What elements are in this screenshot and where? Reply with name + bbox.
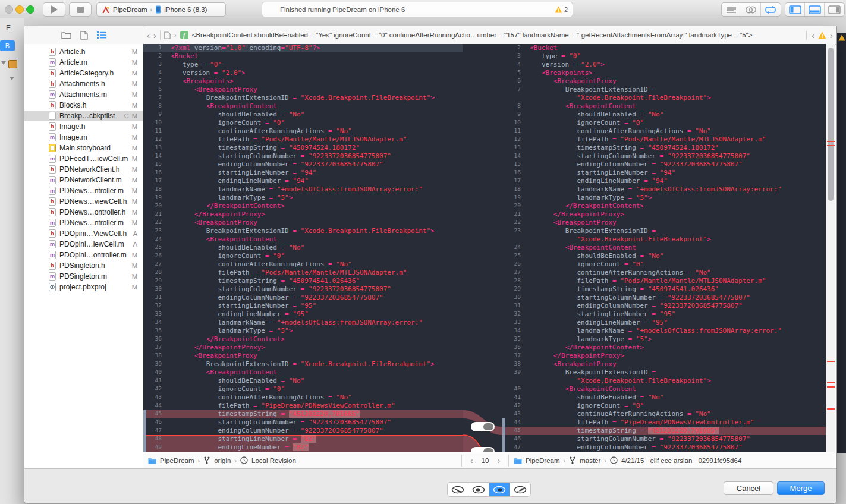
merge-choice-both-right-first-button[interactable] bbox=[510, 483, 530, 496]
file-row[interactable]: mPDNews…ntroller.mM bbox=[24, 218, 143, 228]
file-row[interactable]: hBlocks.hM bbox=[24, 100, 143, 111]
back-button[interactable]: ‹ bbox=[147, 31, 150, 40]
file-name: PDOpini…ontroller.m bbox=[59, 251, 128, 259]
scrollbar-thumb[interactable] bbox=[828, 48, 834, 201]
run-button[interactable] bbox=[43, 2, 65, 17]
line-number: 19 bbox=[505, 194, 525, 202]
previous-issue-button[interactable]: ‹ bbox=[812, 31, 814, 40]
previous-diff-button[interactable]: ‹ bbox=[470, 456, 473, 465]
warning-icon[interactable] bbox=[818, 32, 826, 39]
code-text: filePath = "PipeDream/PDNewsViewControll… bbox=[166, 402, 395, 410]
code-line: 33 endingLineNumber = "95" bbox=[502, 319, 826, 327]
branch-icon bbox=[569, 456, 576, 464]
file-row[interactable]: mPDFeedT…iewCell.mM bbox=[24, 153, 143, 164]
scheme-selector[interactable]: PipeDream › iPhone 6 (8.3) bbox=[96, 2, 226, 17]
merge-choice-right-button[interactable] bbox=[489, 483, 510, 496]
line-number: 16 bbox=[146, 169, 166, 177]
file-row[interactable]: hPDNews…ontroller.hM bbox=[24, 207, 143, 218]
file-name: Article.h bbox=[59, 48, 128, 56]
stop-button[interactable] bbox=[69, 2, 92, 17]
file-row[interactable]: mPDOpini…iewCell.mA bbox=[24, 239, 143, 250]
diff-choice-toggle[interactable] bbox=[471, 447, 495, 452]
next-diff-button[interactable]: › bbox=[497, 456, 500, 465]
file-row[interactable]: mArticle.mM bbox=[24, 57, 143, 68]
file-row[interactable]: hPDOpini…ViewCell.hA bbox=[24, 228, 143, 239]
file-row[interactable]: hPDSingleton.hM bbox=[24, 260, 143, 271]
traffic-light-close[interactable] bbox=[5, 5, 13, 14]
file-row[interactable]: project.pbxprojM bbox=[24, 282, 143, 292]
code-line: 39 BreakpointExtensionID = bbox=[502, 368, 826, 377]
code-line: 6 <BreakpointProxy bbox=[502, 77, 826, 86]
h-file-icon: h bbox=[49, 80, 56, 88]
file-row[interactable]: hArticle.hM bbox=[24, 46, 143, 57]
inspector-panel-button[interactable] bbox=[825, 3, 844, 16]
function-icon[interactable]: f bbox=[180, 31, 188, 39]
jump-bar-path[interactable]: <BreakpointContent shouldBeEnabled = "Ye… bbox=[192, 32, 803, 39]
m-file-icon: m bbox=[49, 155, 56, 163]
file-row[interactable]: mAttachments.mM bbox=[24, 89, 143, 100]
merge-button[interactable]: Merge bbox=[777, 481, 825, 495]
traffic-light-zoom[interactable] bbox=[26, 5, 34, 14]
file-row[interactable]: Main.storyboardM bbox=[24, 143, 143, 153]
code-line: 11 continueAfterRunningActions = "No" bbox=[143, 127, 463, 136]
line-number: 8 bbox=[146, 102, 166, 111]
scrollbar-diff-mark bbox=[827, 141, 835, 142]
version-editor-button[interactable] bbox=[761, 3, 780, 16]
document-icon[interactable] bbox=[164, 32, 171, 39]
file-row[interactable]: Breakp…cbkptlistC M bbox=[24, 111, 143, 121]
left-code-pane[interactable]: 1<?xml version="1.0" encoding="UTF-8"?>2… bbox=[143, 44, 463, 452]
code-text: landmarkType = "5"> bbox=[525, 194, 652, 202]
revision-project[interactable]: PipeDream bbox=[526, 457, 560, 464]
m-file-icon: m bbox=[49, 272, 56, 281]
code-text: timestampString = "450974524.180172" bbox=[525, 144, 719, 152]
scheme-project: PipeDream bbox=[113, 6, 147, 13]
file-row[interactable]: hAttachments.hM bbox=[24, 78, 143, 89]
revision-branch[interactable]: master bbox=[580, 457, 600, 464]
line-number: 46 bbox=[505, 435, 525, 443]
next-issue-button[interactable]: › bbox=[830, 31, 833, 40]
debug-panel-button[interactable] bbox=[805, 3, 825, 16]
line-number: 36 bbox=[505, 344, 525, 352]
file-view-icon[interactable] bbox=[80, 31, 88, 40]
revision-branch[interactable]: origin bbox=[214, 457, 231, 464]
list-view-icon[interactable] bbox=[97, 31, 106, 39]
merge-choice-both-left-first-button[interactable] bbox=[468, 483, 489, 496]
file-row[interactable]: hPDNews…viewCell.hM bbox=[24, 196, 143, 207]
code-text: <Bucket bbox=[525, 44, 557, 52]
assistant-editor-button[interactable] bbox=[741, 3, 761, 16]
cancel-button[interactable]: Cancel bbox=[724, 481, 773, 495]
revision-date[interactable]: 4/21/15 bbox=[621, 457, 644, 464]
navigator-panel-button[interactable] bbox=[785, 3, 805, 16]
file-row[interactable]: hArticleCategory.hM bbox=[24, 68, 143, 78]
revision-name[interactable]: Local Revision bbox=[251, 457, 296, 464]
file-status-badge: A bbox=[133, 241, 138, 248]
code-line: 24 <BreakpointContent bbox=[143, 235, 463, 244]
warning-badge[interactable]: 2 bbox=[555, 6, 568, 13]
code-text: BreakpointExtensionID = "Xcode.Breakpoin… bbox=[166, 94, 435, 102]
revision-project[interactable]: PipeDream bbox=[160, 457, 194, 464]
file-row[interactable]: hPDNetworkClient.hM bbox=[24, 164, 143, 175]
code-line: 18 landmarkName = "+modelsOfClass:fromJS… bbox=[502, 185, 826, 194]
file-row[interactable]: mImage.mM bbox=[24, 132, 143, 143]
traffic-light-minimize[interactable] bbox=[15, 5, 24, 14]
line-number: 32 bbox=[146, 302, 166, 310]
file-row[interactable]: mPDNetworkClient.mM bbox=[24, 175, 143, 185]
code-line: 1<?xml version="1.0" encoding="UTF-8"?> bbox=[143, 44, 463, 52]
file-name: PDNews…ntroller.m bbox=[59, 219, 128, 227]
merge-choice-left-button[interactable] bbox=[448, 483, 468, 496]
file-list: hArticle.hMmArticle.mMhArticleCategory.h… bbox=[24, 46, 143, 292]
code-text: continueAfterRunningActions = "No" bbox=[166, 393, 352, 402]
file-row[interactable]: mPDSingleton.mM bbox=[24, 271, 143, 282]
code-line: 16 startingLineNumber = "94" bbox=[502, 169, 826, 177]
file-row[interactable]: mPDOpini…ontroller.mM bbox=[24, 250, 143, 260]
m-file-icon: m bbox=[49, 187, 56, 195]
forward-button[interactable]: › bbox=[153, 31, 156, 40]
standard-editor-button[interactable] bbox=[722, 3, 741, 16]
chevron-icon: › bbox=[604, 457, 606, 464]
file-row[interactable]: mPDNews…ntroller.mM bbox=[24, 185, 143, 196]
scrollbar[interactable] bbox=[826, 44, 835, 452]
diff-choice-toggle[interactable] bbox=[471, 422, 495, 431]
right-code-pane[interactable]: 2<Bucket3 type = "0"4 version = "2.0">5 … bbox=[502, 44, 826, 452]
file-row[interactable]: hImage.hM bbox=[24, 121, 143, 132]
folder-view-icon[interactable] bbox=[61, 31, 71, 39]
